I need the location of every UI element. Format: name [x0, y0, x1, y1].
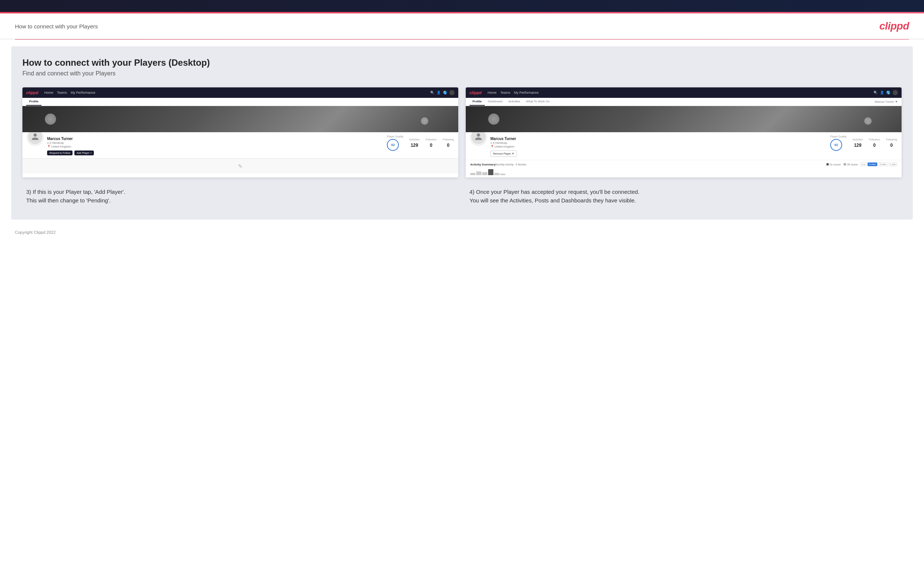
activity-chart [470, 168, 897, 175]
page-subheading: Find and connect with your Players [23, 70, 901, 77]
search-icon-left[interactable]: 🔍 [430, 91, 435, 95]
player-name-right: Marcus Turner [490, 137, 826, 141]
chart-bar-5 [494, 173, 499, 175]
player-name-left: Marcus Turner [47, 137, 383, 141]
location-icon-left: 📍 [47, 145, 50, 148]
main-content: How to connect with your Players (Deskto… [11, 46, 913, 219]
page-header: How to connect with your Players clippd [0, 13, 924, 39]
legend-off-course: Off course [844, 163, 858, 166]
caption-left: 3) If this is your Player tap, 'Add Play… [23, 188, 458, 205]
tab-profile-left[interactable]: Profile [26, 98, 42, 106]
screenshot-right: clippd Home Teams My Performance 🔍 👤 🌎 P… [466, 87, 901, 177]
caption-right-text: 4) Once your Player has accepted your re… [470, 188, 898, 205]
mock-hero-right [466, 106, 901, 132]
location-icon-right: 📍 [490, 145, 494, 148]
chart-bar-4 [488, 169, 493, 175]
time-btn-1yr[interactable]: 1 yr [860, 163, 867, 166]
screenshots-row: clippd Home Teams My Performance 🔍 👤 🌎 P… [23, 87, 901, 177]
quality-ring-right: 92 [830, 139, 842, 151]
activity-summary-header: Activity Summary Monthly Activity · 6 Mo… [470, 163, 897, 166]
mock-stats-left: Player Quality 92 Activities 129 Followe… [387, 135, 454, 151]
time-btn-3mths[interactable]: 3 mths [878, 163, 888, 166]
captions-row: 3) If this is your Player tap, 'Add Play… [23, 188, 901, 205]
request-follow-button[interactable]: Request to Follow [47, 150, 73, 155]
mock-nav-icons-right: 🔍 👤 🌎 [874, 90, 898, 95]
header-divider [15, 39, 909, 40]
chart-bar-6 [500, 174, 506, 175]
stat-activities-right: Activities 129 [853, 138, 863, 148]
mock-nav-home-right[interactable]: Home [488, 91, 496, 95]
breadcrumb: How to connect with your Players [15, 23, 98, 29]
mock-profile-left: Marcus Turner 1-5 Handicap 📍 United King… [23, 132, 458, 158]
tab-profile-right[interactable]: Profile [470, 98, 485, 106]
mock-hero-left [23, 106, 458, 132]
mock-nav-teams-right[interactable]: Teams [500, 91, 510, 95]
chart-bar-2 [476, 171, 481, 175]
add-player-button[interactable]: Add Player + [74, 150, 94, 155]
off-course-dot [844, 163, 846, 166]
person-icon-left [31, 132, 39, 141]
plus-icon: + [90, 152, 92, 154]
stat-following-right: Following 0 [886, 138, 897, 148]
chart-bar-1 [470, 173, 475, 175]
activity-controls: On course Off course 1 yr 6 mths 3 mths [826, 163, 897, 166]
globe-icon-right[interactable]: 🌎 [886, 91, 890, 95]
mock-nav-perf-left[interactable]: My Performance [71, 91, 95, 95]
page-heading: How to connect with your Players (Deskto… [23, 58, 901, 68]
caption-right: 4) Once your Player has accepted your re… [466, 188, 901, 205]
mock-bottom-left: ✎ [23, 158, 458, 173]
activity-summary-title: Activity Summary [470, 163, 496, 166]
tab-what-to-work-on-right[interactable]: What To Work On [523, 98, 553, 106]
mock-stats-right: Player Quality 92 Activities 129 Followe… [830, 135, 897, 151]
person-icon-right [474, 132, 483, 141]
time-btn-6mths[interactable]: 6 mths [867, 163, 877, 166]
search-icon-right[interactable]: 🔍 [874, 91, 878, 95]
player-quality-right: Player Quality 92 [830, 135, 846, 151]
footer: Copyright Clippd 2022 [0, 226, 924, 238]
mock-logo-left: clippd [26, 90, 38, 95]
user-icon-right[interactable]: 👤 [880, 91, 884, 95]
player-location-right: 📍 United Kingdom [490, 145, 826, 148]
tab-activities-right[interactable]: Activities [506, 98, 523, 106]
close-icon: ✕ [512, 152, 514, 155]
mock-navbar-left: clippd Home Teams My Performance 🔍 👤 🌎 [23, 87, 458, 98]
globe-icon-left[interactable]: 🌎 [443, 91, 447, 95]
remove-player-button[interactable]: Remove Player ✕ [490, 150, 517, 157]
stat-following-left: Following 0 [443, 138, 454, 148]
tab-dashboard-right[interactable]: Dashboard [485, 98, 506, 106]
legend-on-course: On course [826, 163, 841, 166]
avatar-icon-left[interactable] [449, 90, 454, 95]
time-filter-buttons: 1 yr 6 mths 3 mths 1 mth [860, 163, 897, 166]
top-bar [0, 0, 924, 12]
quality-ring-left: 92 [387, 139, 399, 151]
chart-bar-3 [482, 172, 488, 175]
avatar-icon-right[interactable] [893, 90, 898, 95]
activity-legend: On course Off course [826, 163, 858, 166]
mock-logo-right: clippd [470, 90, 481, 95]
time-btn-1mth[interactable]: 1 mth [888, 163, 897, 166]
stat-activities-left: Activities 129 [409, 138, 420, 148]
player-quality-left: Player Quality 92 [387, 135, 403, 151]
tab-right-label: Marcus Turner ▼ [875, 100, 898, 103]
player-handicap-right: 1-5 Handicap [490, 141, 826, 145]
mock-navbar-right: clippd Home Teams My Performance 🔍 👤 🌎 [466, 87, 901, 98]
activity-summary: Activity Summary Monthly Activity · 6 Mo… [466, 160, 901, 177]
on-course-dot [826, 163, 829, 166]
stat-followers-right: Followers 0 [869, 138, 880, 148]
user-icon-left[interactable]: 👤 [436, 91, 441, 95]
clippd-logo: clippd [880, 20, 909, 32]
copyright: Copyright Clippd 2022 [15, 230, 56, 235]
screenshot-left: clippd Home Teams My Performance 🔍 👤 🌎 P… [23, 87, 458, 177]
mock-buttons-right: Remove Player ✕ [490, 150, 826, 157]
activity-period: Monthly Activity · 6 Months [496, 163, 527, 166]
mock-nav-perf-right[interactable]: My Performance [514, 91, 539, 95]
mock-tabbar-right: Profile Dashboard Activities What To Wor… [466, 98, 901, 106]
mock-profile-info-left: Marcus Turner 1-5 Handicap 📍 United King… [47, 135, 383, 155]
mock-nav-home-left[interactable]: Home [44, 91, 53, 95]
mock-profile-right: Marcus Turner 1-5 Handicap 📍 United King… [466, 132, 901, 160]
player-location-left: 📍 United Kingdom [47, 145, 383, 148]
stat-followers-left: Followers 0 [425, 138, 436, 148]
pencil-icon: ✎ [238, 163, 242, 169]
player-handicap-left: 1-5 Handicap [47, 141, 383, 145]
mock-nav-teams-left[interactable]: Teams [57, 91, 67, 95]
